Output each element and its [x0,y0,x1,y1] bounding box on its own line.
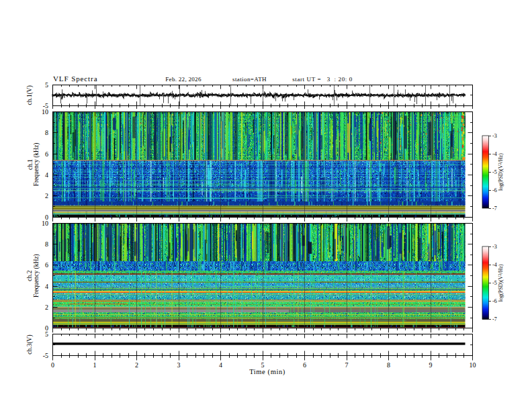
svg-text:-3: -3 [492,244,497,250]
svg-text:1: 1 [93,361,97,369]
svg-text:-3: -3 [492,133,497,139]
svg-text:Feb. 22, 2026: Feb. 22, 2026 [165,76,202,83]
svg-text:ch.1(V): ch.1(V) [26,85,34,105]
svg-text:2: 2 [45,192,48,199]
svg-text:-4: -4 [492,262,497,268]
svg-text:7: 7 [345,361,349,369]
svg-text:ch.3(V): ch.3(V) [26,334,34,354]
svg-text:2: 2 [135,361,138,369]
svg-text:0: 0 [51,361,54,369]
svg-text:8: 8 [387,361,390,369]
svg-text:-6: -6 [492,187,497,193]
svg-text:Time (min): Time (min) [249,368,285,376]
svg-text:VLF Spectra: VLF Spectra [53,75,97,83]
svg-text:station=ATH: station=ATH [232,76,267,83]
svg-text:4: 4 [45,283,48,290]
svg-text:start UT = 3 : 20: 0: start UT = 3 : 20: 0 [292,76,353,83]
svg-text:2: 2 [45,304,48,311]
svg-text:4: 4 [219,361,222,369]
svg-text:-7: -7 [492,205,497,212]
svg-text:Frequency (kHz): Frequency (kHz) [33,143,40,187]
svg-text:9: 9 [429,361,433,369]
svg-text:-5: -5 [492,280,497,286]
svg-text:10: 10 [42,220,48,227]
svg-text:3: 3 [177,361,181,369]
svg-text:-7: -7 [492,316,497,322]
svg-text:-5: -5 [43,352,48,359]
svg-text:-5: -5 [492,169,497,175]
svg-text:-6: -6 [492,298,497,304]
svg-text:ch.2: ch.2 [27,270,34,281]
svg-text:6: 6 [45,150,48,158]
svg-text:6: 6 [45,261,48,269]
svg-text:8: 8 [45,129,48,136]
svg-text:5: 5 [45,81,48,89]
svg-text:10: 10 [470,361,476,369]
svg-text:log(PSD)(V2/Hz): log(PSD)(V2/Hz) [498,153,504,191]
svg-text:log(PSD)(V2/Hz): log(PSD)(V2/Hz) [498,264,504,302]
svg-text:4: 4 [45,171,48,179]
svg-text:Frequency (kHz): Frequency (kHz) [33,254,40,298]
svg-text:-4: -4 [492,151,497,157]
svg-text:ch.1: ch.1 [27,159,34,170]
svg-text:8: 8 [45,240,48,248]
svg-text:6: 6 [303,361,306,369]
svg-text:5: 5 [45,330,48,338]
svg-text:10: 10 [42,108,48,116]
